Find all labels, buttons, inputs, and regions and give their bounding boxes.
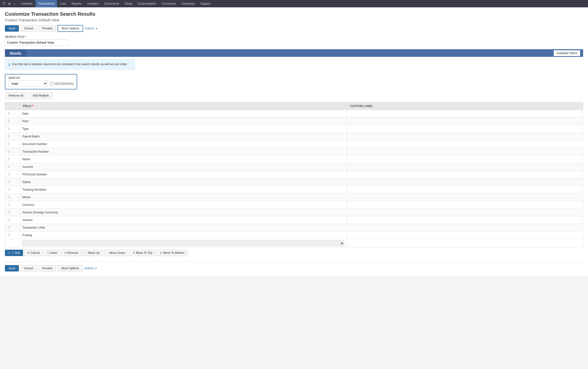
cancel-action-button[interactable]: ✕ Cancel [24,250,43,256]
drag-handle-icon[interactable]: ⠿ [8,233,10,237]
nav-reports[interactable]: Reports [69,0,84,7]
bottom-actions-button[interactable]: Actions ▼ [84,267,97,270]
add-icon: ✓ [8,251,11,255]
insert-label: Insert [50,251,57,255]
table-row: ⠿ Currency [5,201,583,209]
custom-label-cell [347,133,583,140]
bottom-actions-arrow-icon: ▼ [95,267,97,270]
drag-handle-cell: ⠿ [5,224,20,232]
drag-handle-icon[interactable]: ⠿ [8,210,10,214]
sort-by-select[interactable]: Date Type Name Amount Status [8,80,48,87]
drag-handle-icon[interactable]: ⠿ [8,203,10,207]
nav-suiteapps[interactable]: SuiteApps [179,0,197,7]
bottom-cancel-button[interactable]: Cancel [20,265,37,271]
move-to-bottom-button[interactable]: ⇓ Move To Bottom [157,250,187,256]
drag-handle-cell: ⠿ [5,133,20,140]
drag-handle-cell: ⠿ [5,178,20,186]
bottom-save-button[interactable]: Save [5,265,19,271]
drag-handle-icon[interactable]: ⠿ [8,172,10,176]
page-title: Customize Transaction Search Results [5,11,583,17]
move-down-button[interactable]: ↓ Move Down [104,250,128,256]
nav-activities[interactable]: Activities [18,0,35,7]
drag-handle-cell: ⠿ [5,186,20,194]
field-cell: Currency [20,201,347,209]
custom-label-cell [347,216,583,224]
save-button[interactable]: Save [5,25,19,32]
remove-all-button[interactable]: Remove all [5,92,27,99]
drag-handle-icon[interactable]: ⠿ [8,142,10,146]
bottom-more-options-button[interactable]: More Options [58,265,83,271]
available-filters-button[interactable]: Available Filters [553,50,581,57]
add-field-select[interactable] [22,240,344,246]
table-row: ⠿ Amount (Foreign Currency) [5,209,583,216]
bottom-toolbar: Save Cancel Preview More Options Actions… [5,262,583,271]
nav-lists[interactable]: Lists [58,0,69,7]
actions-button[interactable]: Actions ▼ [85,27,98,30]
custom-label-cell [347,110,583,118]
custom-label-cell [347,156,583,163]
move-to-bottom-icon: ⇓ [160,251,162,255]
table-header-row: FIELD * CUSTOM LABEL [5,102,583,110]
nav-documents[interactable]: Documents [102,0,122,7]
add-multiple-button[interactable]: Add Multiple [29,92,52,99]
custom-label-cell [347,186,583,194]
clock-icon[interactable]: ⏱ [2,2,5,6]
nav-analytics[interactable]: Analytics [85,0,101,7]
more-options-button[interactable]: More Options [58,25,83,32]
field-cell: Print [20,118,347,125]
cancel-button[interactable]: Cancel [20,25,37,32]
nav-commerce[interactable]: Commerce [159,0,179,7]
add-row-select-cell[interactable] [20,239,347,248]
nav-setup[interactable]: Setup [122,0,135,7]
bottom-preview-button[interactable]: Preview [38,265,56,271]
field-cell: PO/Check Number [20,171,347,178]
cancel-action-label: Cancel [31,251,40,255]
custom-label-cell [347,125,583,133]
table-row: ⠿ Status [5,178,583,186]
drag-handle-icon[interactable]: ⠿ [8,127,10,131]
drag-handle-icon[interactable]: ⠿ [8,119,10,123]
info-box: ℹ Use this tab to indicate columns to be… [5,59,135,70]
drag-handle-icon[interactable]: ⠿ [8,180,10,184]
search-title-input[interactable] [5,39,69,46]
drag-handle-icon[interactable]: ⠿ [8,188,10,192]
table-row: ⠿ Account [5,163,583,171]
drag-handle-icon[interactable]: ⠿ [8,157,10,161]
remove-button[interactable]: ≡ Remove [61,250,81,256]
custom-label-cell [347,163,583,171]
move-down-icon: ↓ [107,251,109,255]
remove-icon: ≡ [64,251,66,255]
nav-support[interactable]: Support [198,0,213,7]
custom-label-cell [347,194,583,201]
drag-handle-icon[interactable]: ⠿ [8,218,10,222]
home-icon[interactable]: ⌂ [13,2,15,6]
move-to-top-button[interactable]: ⇑ Move To Top [129,250,156,256]
search-title-label: SEARCH TITLE * [5,35,583,38]
drag-handle-icon[interactable]: ⠿ [8,195,10,199]
nav-transactions[interactable]: Transactions [36,0,57,7]
star-icon[interactable]: ★ [8,2,11,6]
field-cell: Account [20,163,347,171]
drag-handle-icon[interactable]: ⠿ [8,150,10,154]
search-title-section: SEARCH TITLE * [5,35,583,46]
tabs-row: Results Available Filters [5,49,583,57]
move-up-icon: ↑ [86,251,87,255]
drag-handle-icon[interactable]: ⠿ [8,135,10,138]
info-icon: ℹ [9,62,10,67]
field-cell: Posting [20,232,347,239]
insert-button[interactable]: + Insert [44,250,60,256]
drag-handle-cell: ⠿ [5,140,20,148]
tab-results[interactable]: Results [5,49,26,57]
drag-handle-icon[interactable]: ⠿ [8,165,10,169]
drag-handle-icon[interactable]: ⠿ [8,226,10,230]
custom-label-cell [347,232,583,239]
add-button[interactable]: ✓ ✓ Add [5,250,23,256]
nav-customization[interactable]: Customization [135,0,159,7]
sort-by-section: SORT BY Date Type Name Amount Status DES… [5,74,77,89]
custom-label-cell [347,148,583,156]
preview-button[interactable]: Preview [38,25,56,32]
move-up-button[interactable]: ↑ Move Up [82,250,103,256]
drag-handle-icon[interactable]: ⠿ [8,112,10,116]
descending-checkbox[interactable] [50,82,53,85]
results-table: FIELD * CUSTOM LABEL ⠿ Date ⠿ Print ⠿ Ty… [5,102,583,248]
